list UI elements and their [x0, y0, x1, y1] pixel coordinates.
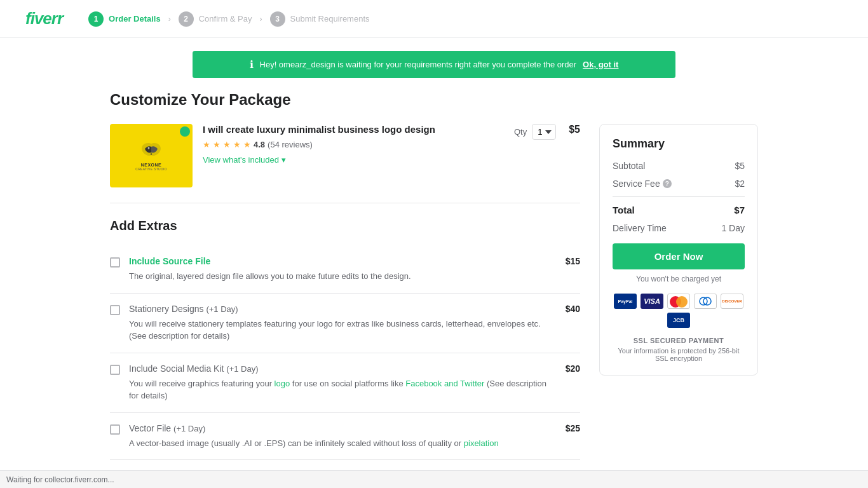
extra-name-source-file: Include Source File: [129, 256, 557, 266]
service-fee-text: Service Fee: [613, 179, 660, 189]
summary-service-fee-row: Service Fee ? $2: [613, 179, 745, 189]
service-fee-help-icon[interactable]: ?: [663, 179, 672, 188]
extra-checkbox-source-file[interactable]: [110, 257, 120, 268]
nexone-logo: NEXONE CREATIVE STUDIO: [135, 140, 166, 171]
main-container: ℹ Hey! omearz_design is waiting for your…: [85, 51, 783, 488]
total-value: $7: [734, 205, 745, 215]
step-3-circle: 3: [270, 11, 285, 27]
extra-info-vector: Vector File (+1 Day) A vector-based imag…: [129, 423, 557, 450]
jcb-icon: JCB: [667, 313, 690, 328]
seller-online-badge: [180, 126, 190, 137]
step-1-label[interactable]: Order Details: [109, 14, 161, 24]
fiverr-logo[interactable]: fiverr: [25, 9, 63, 29]
page-title: Customize Your Package: [110, 91, 758, 109]
step-1-circle: 1: [88, 11, 104, 27]
facebook-link[interactable]: Facebook and Twitter: [405, 379, 484, 388]
qty-label: Qty: [514, 127, 527, 137]
extra-info-social-media: Include Social Media Kit (+1 Day) You wi…: [129, 363, 557, 402]
svg-point-0: [182, 129, 187, 134]
summary-subtotal-row: Subtotal $5: [613, 161, 745, 171]
step-arrow-1: ›: [168, 15, 171, 24]
extra-info-stationery: Stationery Designs (+1 Day) You will rec…: [129, 304, 557, 342]
extra-checkbox-stationery[interactable]: [110, 305, 120, 315]
delivery-value: 1 Day: [721, 223, 745, 233]
ssl-section: SSL SECURED PAYMENT Your information is …: [613, 337, 745, 362]
extra-name-vector: Vector File (+1 Day): [129, 423, 557, 433]
step-arrow-2: ›: [260, 15, 262, 24]
payment-icons: PayPal VISA DISCOVER JCB: [613, 294, 745, 328]
product-right: Qty 1 2 3 $5: [514, 124, 580, 140]
status-text: Waiting for collector.fiverr.com...: [6, 475, 114, 484]
extra-name-stationery: Stationery Designs (+1 Day): [129, 304, 557, 314]
summary-total-row: Total $7: [613, 196, 745, 215]
product-details: I will create luxury minimalist business…: [203, 124, 504, 165]
qty-select[interactable]: 1 2 3: [532, 124, 556, 140]
svg-point-2: [148, 147, 149, 149]
star-4: ★: [233, 140, 241, 149]
summary-box: Summary Subtotal $5 Service Fee ? $2 Tot…: [599, 124, 758, 376]
extra-item-source-file: Include Source File The original, layere…: [110, 246, 580, 294]
extra-desc-stationery: You will receive stationery templates fe…: [129, 318, 557, 342]
logo-link-social[interactable]: logo: [275, 379, 290, 388]
extra-checkbox-vector[interactable]: [110, 424, 120, 435]
step-1: 1 Order Details: [88, 11, 161, 27]
extra-item-stationery: Stationery Designs (+1 Day) You will rec…: [110, 294, 580, 353]
extra-item-vector: Vector File (+1 Day) A vector-based imag…: [110, 413, 580, 461]
rating-value: 4.8: [254, 140, 265, 149]
step-2-circle: 2: [179, 11, 194, 27]
banner-cta[interactable]: Ok, got it: [583, 60, 618, 69]
pixelation-link[interactable]: pixelation: [464, 438, 499, 448]
extra-item-social-media: Include Social Media Kit (+1 Day) You wi…: [110, 353, 580, 413]
extra-price-source-file: $15: [566, 256, 580, 266]
star-5: ★: [243, 140, 251, 149]
star-3: ★: [223, 140, 231, 149]
product-image: NEXONE CREATIVE STUDIO: [110, 124, 193, 187]
ssl-desc: Your information is protected by 256-bit…: [613, 347, 745, 362]
product-rating: ★ ★ ★ ★ ★ 4.8 (54 reviews): [203, 140, 504, 149]
star-2: ★: [213, 140, 220, 149]
summary-delivery-row: Delivery Time 1 Day: [613, 223, 745, 233]
total-label: Total: [613, 205, 635, 215]
extras-section: Add Extras Include Source File The origi…: [110, 219, 580, 488]
discover-icon: DISCOVER: [721, 294, 743, 309]
subtotal-label: Subtotal: [613, 161, 645, 171]
no-charge-text: You won't be charged yet: [613, 274, 745, 283]
extras-title: Add Extras: [110, 219, 580, 233]
step-2-label[interactable]: Confirm & Pay: [199, 14, 252, 24]
diners-icon: [694, 294, 717, 309]
qty-section: Qty 1 2 3: [514, 124, 556, 140]
service-fee-value: $2: [735, 179, 745, 189]
nexone-tagline: CREATIVE STUDIO: [135, 167, 166, 171]
header: fiverr 1 Order Details › 2 Confirm & Pay…: [0, 0, 868, 38]
banner-message: Hey! omearz_design is waiting for your r…: [260, 60, 577, 69]
extra-desc-social-media: You will receive graphics featuring your…: [129, 377, 557, 402]
step-2: 2 Confirm & Pay: [179, 11, 252, 27]
extra-info-source-file: Include Source File The original, layere…: [129, 256, 557, 283]
summary-title: Summary: [613, 137, 745, 151]
extra-price-vector: $25: [566, 423, 580, 433]
main-content: NEXONE CREATIVE STUDIO I will create lux…: [110, 124, 580, 488]
info-icon: ℹ: [250, 58, 254, 71]
star-1: ★: [203, 140, 210, 149]
info-banner: ℹ Hey! omearz_design is waiting for your…: [193, 51, 675, 78]
subtotal-value: $5: [735, 161, 745, 171]
product-title: I will create luxury minimalist business…: [203, 124, 504, 135]
ssl-title: SSL SECURED PAYMENT: [613, 337, 745, 344]
extra-price-social-media: $20: [566, 363, 580, 374]
paypal-icon: PayPal: [614, 294, 637, 309]
order-now-button[interactable]: Order Now: [613, 243, 745, 269]
steps-nav: 1 Order Details › 2 Confirm & Pay › 3 Su…: [88, 11, 369, 27]
step-3-label[interactable]: Submit Requirements: [290, 14, 370, 24]
step-3: 3 Submit Requirements: [270, 11, 370, 27]
reviews-count: (54 reviews): [268, 140, 313, 149]
status-bar: Waiting for collector.fiverr.com...: [0, 470, 868, 488]
extra-name-social-media: Include Social Media Kit (+1 Day): [129, 363, 557, 374]
product-price: $5: [569, 124, 580, 135]
extra-desc-vector: A vector-based image (usually .AI or .EP…: [129, 437, 557, 450]
mastercard-icon: [667, 294, 690, 309]
delivery-label: Delivery Time: [613, 223, 667, 233]
extra-checkbox-social-media[interactable]: [110, 365, 120, 375]
content-layout: NEXONE CREATIVE STUDIO I will create lux…: [110, 124, 758, 488]
view-included-link[interactable]: View what's included ▾: [203, 155, 286, 165]
nexone-brand-text: NEXONE: [135, 163, 166, 167]
